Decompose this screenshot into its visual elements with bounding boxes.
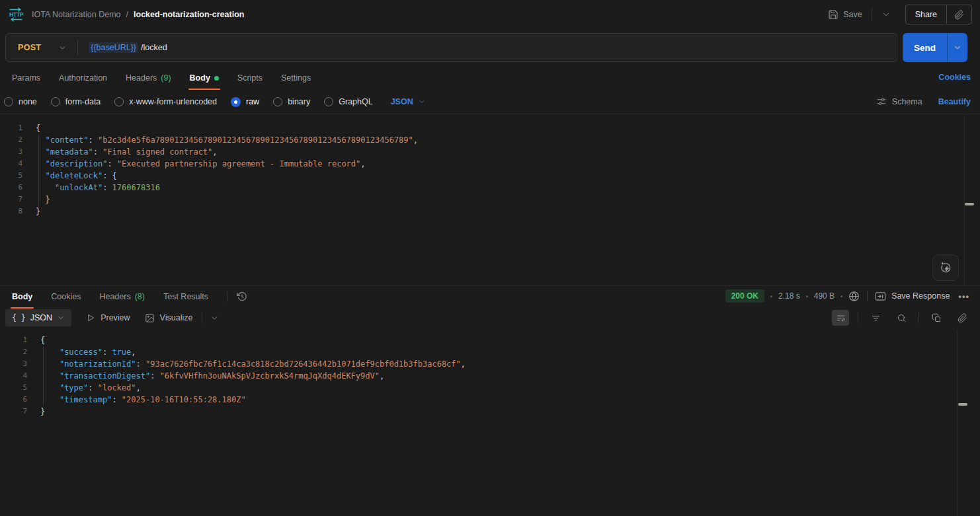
code-line[interactable]: 3 "notarizationId": "93ac7626fbc76f1c14c… (0, 358, 980, 370)
network-info-button[interactable] (848, 291, 860, 302)
copy-link-button[interactable] (947, 10, 971, 20)
mode-urlencoded[interactable]: x-www-form-urlencoded (114, 97, 217, 106)
send-options-chevron[interactable] (948, 43, 967, 52)
preview-button[interactable]: Preview (86, 313, 130, 322)
radio-icon (273, 97, 282, 106)
url-variable-chip[interactable]: {{baseURL}} (89, 42, 138, 53)
share-button-group: Share (905, 5, 972, 24)
mode-none[interactable]: none (4, 97, 37, 106)
share-button[interactable]: Share (906, 10, 946, 19)
line-number: 4 (0, 158, 22, 170)
url-input[interactable]: {{baseURL}} /locked (78, 42, 897, 53)
divider (858, 313, 858, 323)
more-views-chevron[interactable] (210, 314, 219, 322)
dot-separator (770, 295, 772, 297)
braces-icon: { } (12, 313, 26, 322)
tab-label: Body (190, 73, 210, 83)
link-response-button[interactable] (954, 310, 971, 326)
request-title[interactable]: locked-notarization-creation (134, 10, 244, 19)
code-line[interactable]: 6 "timestamp": "2025-10-16T10:55:28.180Z… (0, 394, 980, 406)
response-tab-headers[interactable]: Headers (8) (93, 286, 151, 307)
response-tab-cookies[interactable]: Cookies (44, 286, 87, 307)
mode-graphql[interactable]: GraphQL (324, 97, 372, 106)
send-button[interactable]: Send (903, 43, 947, 53)
filter-icon (871, 313, 881, 323)
copy-icon (932, 313, 942, 323)
method-selector[interactable]: POST (6, 43, 77, 52)
save-dropdown-chevron[interactable] (878, 7, 895, 22)
postbot-button[interactable] (932, 254, 959, 281)
response-tab-body[interactable]: Body (5, 286, 39, 307)
breadcrumb-collection[interactable]: IOTA Notarization Demo (32, 10, 121, 19)
language-label: JSON (391, 97, 413, 106)
response-tab-test-results[interactable]: Test Results (157, 286, 215, 307)
tab-label: Test Results (163, 292, 208, 301)
code-line[interactable]: 5 "deleteLock": { (0, 170, 980, 182)
response-format-selector[interactable]: { } JSON (5, 309, 71, 326)
code-line[interactable]: 1{ (0, 334, 980, 346)
radio-icon (324, 97, 333, 106)
code-line[interactable]: 7} (0, 406, 980, 418)
response-body-code: 1{2 "success": true,3 "notarizationId": … (0, 329, 980, 418)
chevron-down-icon (58, 44, 67, 52)
more-actions-button[interactable]: ••• (956, 291, 972, 301)
filter-button[interactable] (867, 310, 884, 326)
tab-settings[interactable]: Settings (274, 67, 317, 89)
code-line[interactable]: 3 "metadata": "Final signed contract", (0, 146, 980, 158)
viewer-scrollbar-handle[interactable] (958, 403, 967, 406)
radio-icon (114, 97, 124, 106)
image-icon (145, 313, 155, 323)
copy-response-button[interactable] (928, 310, 945, 326)
line-number: 1 (0, 334, 27, 346)
mode-binary[interactable]: binary (273, 97, 310, 106)
mode-raw[interactable]: raw (231, 97, 259, 107)
chevron-down-icon (57, 314, 65, 322)
cookies-link[interactable]: Cookies (938, 73, 971, 82)
code-line[interactable]: 6 "unlockAt": 1760678316 (0, 182, 980, 194)
code-line[interactable]: 8} (0, 205, 980, 217)
raw-language-selector[interactable]: JSON (391, 97, 426, 106)
schema-button[interactable]: Schema (876, 96, 922, 107)
line-number: 6 (0, 182, 22, 194)
dot-separator (806, 295, 808, 297)
dot-separator (840, 295, 842, 297)
code-line[interactable]: 4 "transactionDigest": "6kfvVHfhn3ouNAkS… (0, 370, 980, 382)
tab-label: Scripts (237, 73, 263, 83)
wrap-lines-button[interactable] (832, 310, 849, 326)
response-view-tools (832, 307, 971, 329)
request-body-code: 1{2 "content": "b2c3d4e5f6a7890123456789… (0, 114, 980, 217)
tab-params[interactable]: Params (5, 67, 47, 89)
play-icon (86, 313, 95, 322)
save-response-button[interactable]: Save Response (875, 291, 950, 301)
code-line[interactable]: 5 "type": "locked", (0, 382, 980, 394)
code-line[interactable]: 2 "content": "b2c3d4e5f6a789012345678901… (0, 134, 980, 146)
request-body-editor[interactable]: 1{2 "content": "b2c3d4e5f6a7890123456789… (0, 114, 980, 285)
chevron-down-icon (210, 314, 219, 322)
response-status-bar: 200 OK 2.18 s 490 B Save Response ••• (725, 285, 972, 307)
visualize-button[interactable]: Visualize (145, 313, 193, 323)
globe-icon (848, 291, 860, 302)
mode-label: x-www-form-urlencoded (129, 97, 217, 106)
editor-actions: Schema Beautify (876, 91, 971, 112)
tab-authorization[interactable]: Authorization (52, 67, 114, 89)
tab-label: Authorization (59, 73, 107, 83)
headers-count-badge: (9) (161, 73, 171, 83)
code-line[interactable]: 1{ (0, 122, 980, 134)
beautify-button[interactable]: Beautify (938, 97, 971, 106)
code-line[interactable]: 7 } (0, 194, 980, 205)
editor-scrollbar-handle[interactable] (965, 203, 974, 205)
mode-form-data[interactable]: form-data (51, 97, 101, 106)
tab-scripts[interactable]: Scripts (231, 67, 269, 89)
search-button[interactable] (893, 310, 910, 326)
format-label: JSON (30, 313, 52, 322)
mode-label: GraphQL (339, 97, 372, 106)
save-button[interactable]: Save (824, 7, 866, 22)
tab-body[interactable]: Body (183, 67, 225, 89)
tab-headers[interactable]: Headers (9) (119, 67, 178, 89)
code-line[interactable]: 2 "success": true, (0, 346, 980, 358)
preview-label: Preview (101, 313, 130, 322)
code-line[interactable]: 4 "description": "Executed partnership a… (0, 158, 980, 170)
response-history-button[interactable] (234, 290, 250, 303)
response-body-viewer[interactable]: 1{2 "success": true,3 "notarizationId": … (0, 329, 980, 516)
save-response-label: Save Response (891, 291, 950, 301)
